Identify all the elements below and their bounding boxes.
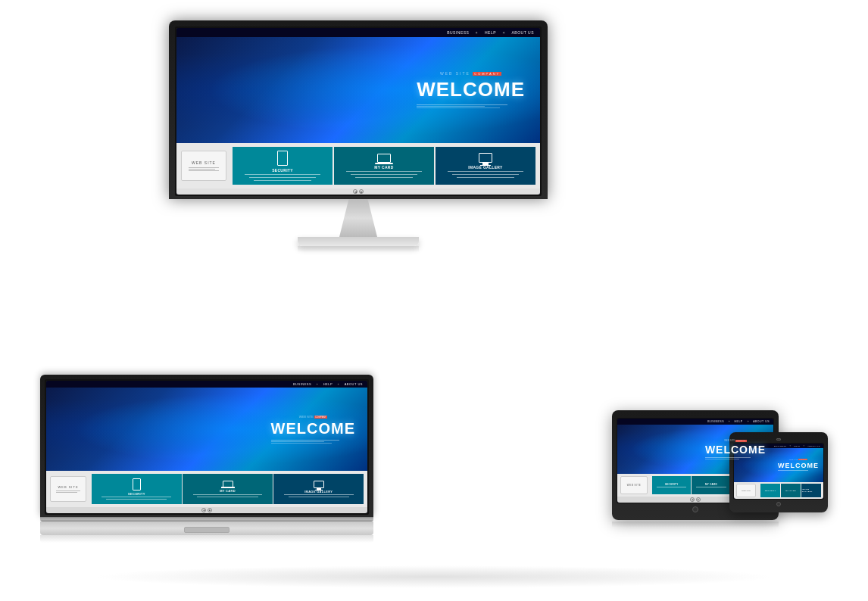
desktop-monitor: BUSINESS ✦ HELP ✦ ABOUT US WEB SITE COMP… bbox=[169, 20, 548, 252]
phone-gallery-label: IMAGE GALLERY bbox=[802, 488, 820, 493]
phone-card-mycard: MY CARD bbox=[781, 484, 801, 497]
phone-website-label: WEB SITE bbox=[742, 490, 751, 492]
tablet-nav-sep2: ✦ bbox=[747, 420, 750, 423]
monitor-icon bbox=[479, 153, 492, 163]
phone-site-label: WEB SITE COMPANY bbox=[778, 459, 819, 461]
tablet-reflection bbox=[612, 522, 779, 528]
laptop-site-label: WEB SITE COMPANY bbox=[271, 415, 355, 419]
nav-sep: ✦ bbox=[475, 30, 479, 35]
phone-card-gallery: IMAGE GALLERY bbox=[801, 484, 821, 497]
tablet-prev-arrow: ◀ bbox=[690, 497, 695, 502]
laptop-nav-sep2: ✦ bbox=[337, 382, 340, 386]
desktop-screen: BUSINESS ✦ HELP ✦ ABOUT US WEB SITE COMP… bbox=[175, 26, 542, 196]
phone-hero-lines bbox=[778, 470, 819, 471]
laptop-lid: BUSINESS ✦ HELP ✦ ABOUT US WEB SITE COMP… bbox=[40, 375, 373, 517]
card-gallery: IMAGE GALLERY bbox=[436, 147, 535, 185]
nav-item-business: BUSINESS bbox=[447, 30, 469, 35]
nav-arrows: ◀ ▶ bbox=[176, 188, 540, 195]
card-security: SECURITY bbox=[233, 147, 333, 185]
tablet-mycard-label: MY CARD bbox=[705, 483, 717, 486]
phone-camera bbox=[776, 438, 781, 441]
laptop-nav-about: ABOUT US bbox=[345, 382, 363, 386]
phone-home-button bbox=[776, 502, 781, 506]
monitor-stand-neck bbox=[339, 199, 377, 237]
hero-lines bbox=[417, 104, 525, 108]
floor-shadow bbox=[93, 565, 775, 588]
tablet-next-arrow: ▶ bbox=[696, 497, 701, 502]
scene: BUSINESS ✦ HELP ✦ ABOUT US WEB SITE COMP… bbox=[17, 13, 851, 588]
laptop-nav-arrows: ◀ ▶ bbox=[46, 507, 367, 513]
desktop-bezel: BUSINESS ✦ HELP ✦ ABOUT US WEB SITE COMP… bbox=[169, 20, 548, 199]
laptop-welcome: WELCOME bbox=[271, 420, 355, 438]
phone-security-label: SECURITY bbox=[765, 490, 776, 492]
tablet-website-label: WEB SITE bbox=[627, 484, 641, 487]
nav-item-help: HELP bbox=[485, 30, 496, 35]
laptop-website-label: WEB SITE bbox=[56, 485, 80, 489]
laptop-monitor-icon bbox=[314, 481, 324, 488]
phone-nav-sep: ✦ bbox=[789, 445, 792, 447]
laptop-mycard-label: MY CARD bbox=[220, 489, 236, 493]
laptop-prev-arrow: ◀ bbox=[201, 508, 206, 512]
laptop-reflection bbox=[40, 535, 373, 543]
tablet-nav-sep: ✦ bbox=[728, 420, 731, 423]
phone-nav-business: BUSINESS bbox=[774, 445, 787, 447]
laptop-card-gallery: IMAGE GALLERY bbox=[273, 474, 364, 504]
monitor-reflection bbox=[298, 246, 419, 252]
laptop-icon bbox=[377, 154, 391, 163]
phone-mycard-label: MY CARD bbox=[785, 490, 796, 492]
security-label: SECURITY bbox=[272, 168, 293, 173]
laptop-card-mycard: MY CARD bbox=[183, 474, 273, 504]
tablet-home-button bbox=[692, 506, 698, 512]
laptop-nav-help: HELP bbox=[323, 382, 333, 386]
tablet-hero-lines bbox=[705, 457, 766, 459]
laptop-trackpad bbox=[184, 527, 229, 533]
card-mycard: MY CARD bbox=[334, 147, 434, 185]
tablet-nav-help: HELP bbox=[735, 420, 743, 423]
laptop-hero-lines bbox=[271, 440, 355, 444]
laptop-security-icon bbox=[133, 478, 141, 490]
phone-welcome: WELCOME bbox=[778, 462, 819, 469]
nav-item-about: ABOUT US bbox=[512, 30, 534, 35]
prev-arrow: ◀ bbox=[353, 189, 358, 194]
phone-card-security: SECURITY bbox=[760, 484, 780, 497]
security-icon bbox=[277, 151, 288, 166]
laptop-base bbox=[40, 522, 373, 535]
tablet-card-mycard: MY CARD bbox=[692, 476, 730, 494]
tablet-site-label: WEB SITE COMPANY bbox=[705, 439, 766, 442]
nav-sep2: ✦ bbox=[502, 30, 506, 35]
laptop-security-label: SECURITY bbox=[128, 492, 145, 496]
laptop: BUSINESS ✦ HELP ✦ ABOUT US WEB SITE COMP… bbox=[40, 375, 373, 543]
laptop-nav-business: BUSINESS bbox=[293, 382, 311, 386]
website-label: WEB SITE bbox=[189, 160, 219, 165]
next-arrow: ▶ bbox=[359, 189, 364, 194]
laptop-card-security: SECURITY bbox=[92, 474, 182, 504]
phone-nav-help: HELP bbox=[794, 445, 801, 447]
phone-nav-sep2: ✦ bbox=[803, 445, 806, 447]
tablet-card-security: SECURITY bbox=[652, 476, 691, 494]
tablet-welcome: WELCOME bbox=[705, 444, 766, 456]
website-lines bbox=[189, 167, 219, 171]
tablet-nav-business: BUSINESS bbox=[707, 420, 724, 423]
tablet-security-label: SECURITY bbox=[665, 483, 679, 486]
phone-nav-about: ABOUT US bbox=[807, 445, 820, 447]
laptop-laptop-icon bbox=[223, 481, 233, 487]
laptop-nav-sep: ✦ bbox=[316, 382, 319, 386]
welcome-text: WELCOME bbox=[417, 78, 525, 101]
site-sublabel: WEB SITE COMPANY bbox=[417, 71, 525, 76]
tablet-nav-about: ABOUT US bbox=[753, 420, 770, 423]
monitor-stand-base bbox=[298, 237, 419, 246]
mycard-label: MY CARD bbox=[374, 165, 393, 170]
laptop-next-arrow: ▶ bbox=[208, 508, 212, 512]
laptop-screen: BUSINESS ✦ HELP ✦ ABOUT US WEB SITE COMP… bbox=[45, 379, 369, 515]
